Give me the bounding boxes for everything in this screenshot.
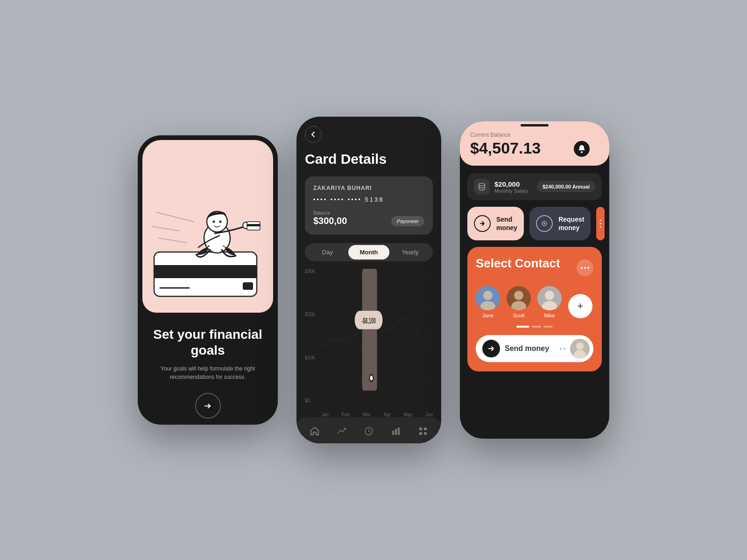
financial-goals-title: Set your financial goals bbox=[149, 327, 266, 358]
add-contact-button[interactable]: + bbox=[568, 294, 592, 318]
nav-clock[interactable] bbox=[362, 425, 375, 438]
chart-x-labels: Jan Feb Mar Apr May Jun bbox=[321, 412, 433, 417]
tab-day[interactable]: Day bbox=[307, 245, 348, 259]
dot-2 bbox=[532, 326, 541, 328]
card-balance-amount: $300,00 bbox=[313, 216, 347, 226]
phone-3-header: Current Balance $4,507.13 bbox=[460, 121, 609, 166]
card-holder-name: ZAKARIYA BUHARI bbox=[313, 185, 424, 191]
svg-rect-24 bbox=[395, 429, 397, 435]
send-money-icon bbox=[474, 215, 491, 232]
balance-label: Current Balance bbox=[470, 132, 599, 138]
y-label-0: $0 bbox=[305, 398, 315, 403]
salary-text: $20,000 Monthly Salary bbox=[494, 180, 529, 194]
x-label-may: May bbox=[403, 412, 412, 417]
financial-goals-desc: Your goals will help formulate the right… bbox=[149, 364, 266, 381]
select-contact-title: Select Contact bbox=[476, 256, 560, 271]
back-button[interactable] bbox=[305, 126, 322, 143]
chart-area: $30k $20k $10k $0 bbox=[305, 269, 433, 417]
phone-2-inner: Card Details ZAKARIYA BUHARI •••• •••• •… bbox=[296, 117, 441, 443]
period-tabs: Day Month Yearly bbox=[305, 243, 433, 261]
chart-svg: -$8,100 bbox=[321, 269, 433, 403]
payment-card: ZAKARIYA BUHARI •••• •••• •••• 5138 Bala… bbox=[305, 176, 433, 235]
chart-y-labels: $30k $20k $10k $0 bbox=[305, 269, 315, 403]
more-action-button[interactable] bbox=[596, 207, 605, 240]
svg-point-38 bbox=[584, 267, 586, 269]
avatar-mike bbox=[537, 286, 562, 310]
annual-badge: $240,000.00 Annual bbox=[537, 181, 595, 192]
svg-rect-27 bbox=[424, 427, 427, 430]
page-dots bbox=[476, 326, 593, 328]
salary-icon bbox=[474, 179, 490, 195]
svg-rect-18 bbox=[362, 269, 377, 391]
contact-scott[interactable]: Scott bbox=[507, 286, 531, 318]
tab-yearly[interactable]: Yearly bbox=[389, 245, 431, 259]
svg-point-30 bbox=[581, 151, 583, 153]
svg-point-41 bbox=[483, 291, 493, 300]
request-money-icon bbox=[536, 215, 553, 232]
send-money-bar[interactable]: Send money › › bbox=[476, 335, 593, 362]
contact-jane[interactable]: Jane bbox=[476, 286, 500, 318]
notification-bell[interactable] bbox=[574, 141, 590, 157]
avatar-jane bbox=[476, 286, 500, 310]
x-label-jan: Jan bbox=[321, 412, 329, 417]
svg-rect-2 bbox=[243, 282, 253, 290]
request-money-button[interactable]: Request money bbox=[529, 207, 591, 240]
svg-point-50 bbox=[576, 343, 584, 350]
phone-1-illustration-area bbox=[142, 140, 273, 313]
salary-amount: $20,000 bbox=[494, 180, 529, 188]
contact-mike-name: Mike bbox=[544, 313, 555, 318]
phone-1: Set your financial goals Your goals will… bbox=[138, 135, 278, 425]
svg-point-44 bbox=[514, 291, 523, 300]
salary-info: $20,000 Monthly Salary bbox=[474, 179, 529, 195]
tab-month[interactable]: Month bbox=[348, 245, 390, 259]
phone-1-content: Set your financial goals Your goals will… bbox=[138, 313, 278, 425]
add-contact-circle: + bbox=[568, 294, 592, 318]
phone-3-body: $20,000 Monthly Salary $240,000.00 Annua… bbox=[460, 166, 609, 371]
svg-point-19 bbox=[370, 375, 374, 381]
nav-stats[interactable] bbox=[389, 425, 402, 438]
select-contact-section: Select Contact bbox=[467, 247, 602, 371]
svg-point-33 bbox=[543, 223, 545, 224]
contacts-row: Jane Scott bbox=[476, 286, 593, 318]
quick-actions: Send money Request money bbox=[467, 207, 602, 240]
salary-label: Monthly Salary bbox=[494, 188, 529, 194]
contact-mike[interactable]: Mike bbox=[537, 286, 562, 318]
svg-point-31 bbox=[479, 183, 485, 186]
svg-line-4 bbox=[156, 212, 194, 222]
payoneer-badge: Payoneer bbox=[391, 216, 424, 226]
phones-container: Set your financial goals Your goals will… bbox=[138, 117, 609, 443]
receiver-avatar bbox=[570, 339, 590, 358]
send-money-button[interactable]: Send money bbox=[467, 207, 524, 240]
x-label-mar: Mar bbox=[362, 412, 370, 417]
y-label-20k: $20k bbox=[305, 312, 315, 317]
request-money-label: Request money bbox=[558, 215, 584, 232]
y-label-10k: $10k bbox=[305, 355, 315, 360]
salary-row: $20,000 Monthly Salary $240,000.00 Annua… bbox=[467, 173, 602, 200]
card-balance-group: Balance $300,00 bbox=[313, 210, 347, 226]
send-money-bar-label: Send money bbox=[505, 344, 555, 353]
contact-scott-name: Scott bbox=[513, 313, 524, 318]
financial-goals-illustration bbox=[142, 140, 273, 308]
nav-grid[interactable] bbox=[416, 425, 430, 438]
more-menu-button[interactable] bbox=[577, 259, 593, 276]
nav-chart[interactable] bbox=[335, 425, 348, 438]
avatar-scott bbox=[507, 286, 531, 310]
skip-link[interactable]: Skip bbox=[149, 424, 266, 425]
contact-jane-name: Jane bbox=[482, 313, 493, 318]
svg-line-6 bbox=[159, 238, 187, 243]
send-arrows: › › bbox=[560, 345, 565, 352]
card-balance-label: Balance bbox=[313, 210, 347, 216]
svg-rect-13 bbox=[247, 224, 260, 226]
dot-3 bbox=[543, 326, 553, 328]
nav-home[interactable] bbox=[308, 425, 321, 438]
phone-3: Current Balance $4,507.13 bbox=[460, 121, 609, 439]
svg-rect-29 bbox=[424, 432, 427, 435]
y-label-30k: $30k bbox=[305, 269, 315, 274]
bottom-nav bbox=[296, 417, 441, 443]
next-button[interactable] bbox=[195, 393, 221, 419]
dot-1 bbox=[516, 326, 529, 328]
svg-rect-26 bbox=[419, 427, 422, 430]
x-label-jun: Jun bbox=[425, 412, 433, 417]
send-money-bar-icon bbox=[482, 340, 500, 357]
svg-rect-1 bbox=[154, 265, 257, 278]
